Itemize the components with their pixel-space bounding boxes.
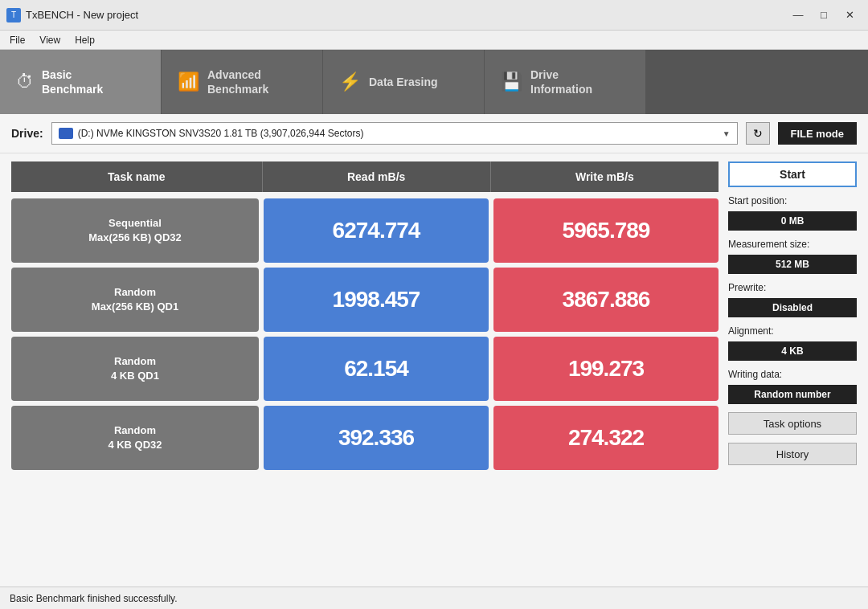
alignment-value[interactable]: 4 KB: [728, 341, 857, 361]
refresh-icon: ↻: [753, 127, 763, 140]
header-read: Read mB/s: [263, 161, 491, 192]
tab-basic-benchmark[interactable]: ⏱ Basic Benchmark: [0, 50, 161, 114]
status-bar: Basic Benchmark finished successfully.: [0, 587, 868, 609]
basic-benchmark-icon: ⏱: [16, 72, 34, 92]
task-options-button[interactable]: Task options: [728, 412, 857, 435]
write-sequential-qd32: 5965.789: [493, 198, 719, 263]
tab-bar: ⏱ Basic Benchmark 📶 Advanced Benchmark ⚡…: [0, 50, 868, 114]
benchmark-area: Task name Read mB/s Write mB/s Sequentia…: [0, 153, 868, 587]
refresh-button[interactable]: ↻: [746, 122, 770, 145]
header-task: Task name: [11, 161, 263, 192]
drive-label: Drive:: [11, 127, 43, 140]
main-content: Drive: (D:) NVMe KINGSTON SNV3S20 1.81 T…: [0, 114, 868, 587]
advanced-benchmark-label: Advanced Benchmark: [207, 67, 268, 96]
start-position-label: Start position:: [728, 195, 857, 206]
tab-drive-information[interactable]: 💾 Drive Information: [485, 50, 645, 114]
data-erasing-label: Data Erasing: [369, 75, 438, 89]
task-random-4kb-qd1: Random4 KB QD1: [11, 337, 259, 401]
writing-data-label: Writing data:: [728, 369, 857, 380]
start-position-value[interactable]: 0 MB: [728, 211, 857, 231]
write-random-4kb-qd32: 274.322: [493, 406, 719, 470]
results-header: Task name Read mB/s Write mB/s: [11, 161, 719, 192]
table-row: Random4 KB QD32 392.336 274.322: [11, 406, 719, 470]
window-controls: — □ ✕: [786, 6, 862, 24]
drive-information-icon: 💾: [501, 72, 522, 92]
file-mode-button[interactable]: FILE mode: [778, 122, 857, 145]
maximize-button[interactable]: □: [812, 6, 836, 24]
advanced-benchmark-icon: 📶: [178, 72, 199, 92]
window-title: TxBENCH - New project: [26, 9, 138, 21]
title-bar: T TxBENCH - New project — □ ✕: [0, 0, 868, 31]
prewrite-label: Prewrite:: [728, 282, 857, 293]
table-row: RandomMax(256 KB) QD1 1998.457 3867.886: [11, 268, 719, 332]
basic-benchmark-label: Basic Benchmark: [42, 67, 103, 96]
header-write: Write mB/s: [491, 161, 719, 192]
read-random-4kb-qd32: 392.336: [264, 406, 489, 470]
task-random-256kb-qd1: RandomMax(256 KB) QD1: [11, 268, 259, 332]
read-random-256kb-qd1: 1998.457: [264, 268, 489, 332]
dropdown-arrow-icon: ▼: [723, 129, 731, 138]
menu-file[interactable]: File: [3, 33, 31, 47]
app-icon: T: [6, 8, 21, 22]
results-panel: Task name Read mB/s Write mB/s Sequentia…: [11, 161, 719, 578]
minimize-button[interactable]: —: [786, 6, 810, 24]
table-row: Random4 KB QD1 62.154 199.273: [11, 337, 719, 401]
task-sequential-qd32: SequentialMax(256 KB) QD32: [11, 198, 259, 263]
drive-bar: Drive: (D:) NVMe KINGSTON SNV3S20 1.81 T…: [0, 114, 868, 153]
results-rows: SequentialMax(256 KB) QD32 6274.774 5965…: [11, 198, 719, 470]
prewrite-value[interactable]: Disabled: [728, 298, 857, 317]
drive-information-label: Drive Information: [530, 67, 592, 96]
write-random-4kb-qd1: 199.273: [493, 337, 719, 401]
start-button[interactable]: Start: [728, 161, 857, 187]
close-button[interactable]: ✕: [837, 6, 862, 24]
drive-select-value: (D:) NVMe KINGSTON SNV3S20 1.81 TB (3,90…: [59, 128, 364, 139]
title-bar-left: T TxBENCH - New project: [6, 8, 138, 22]
alignment-label: Alignment:: [728, 325, 857, 337]
tab-advanced-benchmark[interactable]: 📶 Advanced Benchmark: [162, 50, 322, 114]
task-random-4kb-qd32: Random4 KB QD32: [11, 406, 259, 470]
table-row: SequentialMax(256 KB) QD32 6274.774 5965…: [11, 198, 719, 263]
read-sequential-qd32: 6274.774: [264, 198, 489, 263]
menu-bar: File View Help: [0, 31, 868, 50]
data-erasing-icon: ⚡: [339, 72, 361, 92]
tab-data-erasing[interactable]: ⚡ Data Erasing: [323, 50, 484, 114]
writing-data-value[interactable]: Random number: [728, 385, 857, 404]
drive-icon: [59, 128, 73, 139]
right-panel: Start Start position: 0 MB Measurement s…: [728, 161, 857, 578]
write-random-256kb-qd1: 3867.886: [493, 268, 719, 332]
menu-view[interactable]: View: [33, 33, 67, 47]
measurement-size-label: Measurement size:: [728, 239, 857, 250]
read-random-4kb-qd1: 62.154: [264, 337, 489, 401]
drive-select-dropdown[interactable]: (D:) NVMe KINGSTON SNV3S20 1.81 TB (3,90…: [51, 122, 738, 145]
history-button[interactable]: History: [728, 443, 857, 465]
menu-help[interactable]: Help: [68, 33, 101, 47]
measurement-size-value[interactable]: 512 MB: [728, 255, 857, 274]
status-text: Basic Benchmark finished successfully.: [10, 593, 178, 604]
